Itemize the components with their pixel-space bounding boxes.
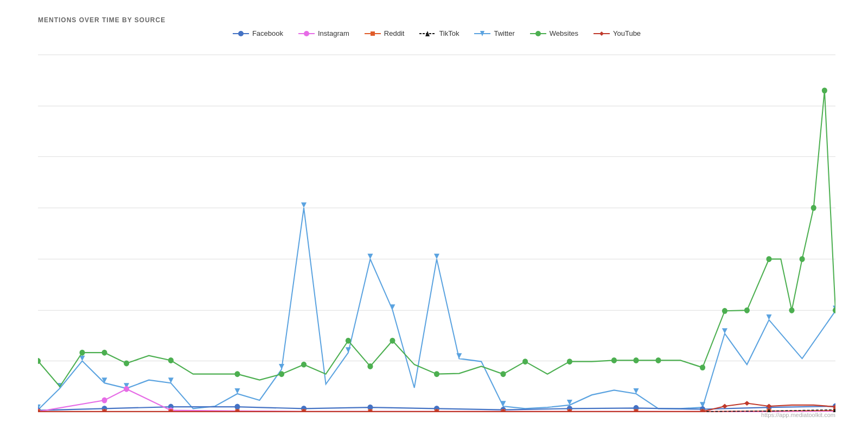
svg-point-85: [766, 256, 771, 262]
svg-point-83: [722, 308, 727, 314]
legend-item-facebook: Facebook: [233, 29, 283, 37]
svg-point-66: [101, 350, 107, 356]
svg-marker-53: [367, 254, 373, 259]
svg-marker-13: [599, 31, 604, 36]
websites-line: [38, 91, 835, 387]
legend-item-youtube: YouTube: [593, 29, 641, 37]
legend-label-websites: Websites: [550, 29, 578, 37]
legend: Facebook Instagram Reddit TikTok: [38, 29, 835, 37]
legend-label-tiktok: TikTok: [439, 29, 459, 37]
svg-point-94: [234, 404, 240, 410]
svg-point-68: [168, 357, 174, 363]
svg-rect-5: [371, 31, 375, 36]
twitter-markers: [38, 202, 835, 409]
legend-label-instagram: Instagram: [318, 29, 349, 37]
svg-marker-55: [434, 254, 439, 259]
svg-point-82: [700, 364, 705, 370]
twitter-line: [38, 208, 835, 409]
svg-marker-49: [234, 388, 240, 394]
svg-point-72: [346, 338, 351, 344]
legend-item-reddit: Reddit: [365, 29, 405, 37]
svg-point-77: [522, 358, 528, 364]
svg-point-76: [500, 371, 506, 377]
svg-point-84: [744, 308, 750, 313]
svg-point-73: [367, 363, 373, 369]
svg-marker-56: [456, 353, 462, 358]
svg-marker-62: [766, 315, 771, 320]
svg-marker-147: [744, 401, 750, 406]
svg-marker-51: [301, 202, 307, 208]
legend-item-tiktok: TikTok: [419, 29, 459, 37]
legend-label-twitter: Twitter: [494, 29, 514, 37]
legend-label-reddit: Reddit: [384, 29, 405, 37]
svg-point-67: [124, 360, 129, 366]
chart-title: MENTIONS OVER TIME BY SOURCE: [38, 16, 835, 24]
legend-item-twitter: Twitter: [474, 29, 514, 37]
svg-point-71: [301, 362, 307, 368]
svg-point-79: [611, 357, 617, 363]
svg-point-88: [811, 205, 816, 211]
svg-point-81: [655, 357, 661, 363]
svg-marker-146: [722, 404, 727, 409]
svg-point-70: [279, 371, 284, 377]
svg-point-75: [434, 371, 439, 377]
svg-point-11: [535, 31, 541, 36]
legend-item-instagram: Instagram: [298, 29, 349, 37]
svg-point-78: [567, 358, 572, 364]
watermark: https://app.mediatoolkit.com: [761, 412, 835, 418]
svg-marker-54: [390, 304, 395, 310]
svg-point-65: [80, 350, 85, 356]
legend-label-youtube: YouTube: [613, 29, 641, 37]
svg-point-86: [789, 308, 794, 313]
svg-point-106: [124, 386, 129, 392]
svg-point-80: [633, 357, 639, 363]
legend-item-websites: Websites: [530, 29, 578, 37]
svg-point-3: [304, 31, 309, 36]
svg-point-1: [238, 31, 244, 36]
svg-point-90: [833, 308, 835, 313]
svg-point-105: [101, 398, 107, 404]
svg-point-87: [800, 256, 805, 262]
svg-point-69: [234, 371, 240, 377]
main-chart: 0 1k 2k 3k 4k 5k 6k 7k 22. Aug 29. Aug 5…: [38, 43, 835, 412]
legend-label-facebook: Facebook: [252, 29, 283, 37]
svg-marker-52: [346, 347, 351, 353]
chart-container: MENTIONS OVER TIME BY SOURCE Facebook In…: [0, 0, 868, 429]
svg-marker-50: [279, 364, 284, 369]
svg-point-89: [822, 87, 827, 93]
svg-point-74: [390, 338, 395, 344]
svg-marker-61: [722, 328, 727, 334]
